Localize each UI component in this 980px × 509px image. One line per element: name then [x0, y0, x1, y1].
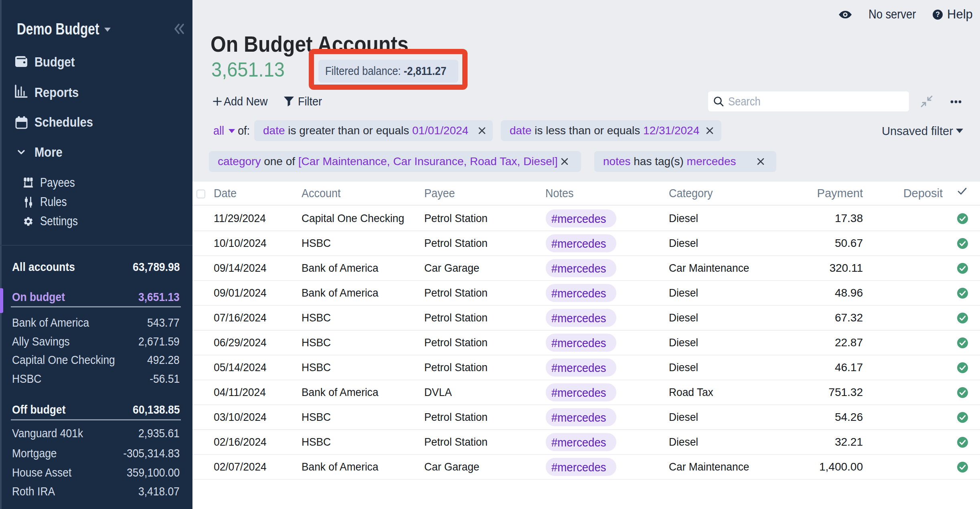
svg-text:?: ?: [935, 10, 940, 18]
